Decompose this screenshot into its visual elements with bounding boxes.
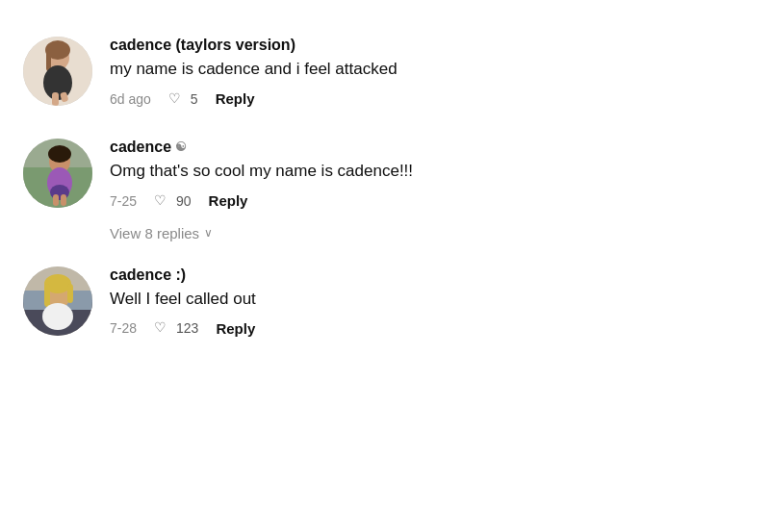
comment-2-meta: 7-25 ♡ 90 Reply xyxy=(110,192,747,210)
likes-count: 90 xyxy=(176,193,192,209)
svg-point-10 xyxy=(48,145,71,163)
comment-item: cadence :) Well I feel called out 7-28 ♡… xyxy=(23,249,747,351)
comment-1-body: cadence (taylors version) my name is cad… xyxy=(110,37,747,108)
likes-count: 5 xyxy=(191,91,198,107)
username-text: cadence (taylors version) xyxy=(110,37,295,54)
user2-avatar xyxy=(23,139,92,208)
comment-2-time: 7-25 xyxy=(110,193,137,209)
comment-item: cadence (taylors version) my name is cad… xyxy=(23,19,747,121)
view-replies[interactable]: View 8 replies ∨ xyxy=(110,225,747,241)
comment-1-reply-button[interactable]: Reply xyxy=(216,90,255,107)
svg-rect-14 xyxy=(61,194,66,206)
username-text: cadence :) xyxy=(110,266,186,284)
comment-2-body: cadence ☯ Omg that's so cool my name is … xyxy=(110,139,747,210)
comment-1-likes: ♡ 5 xyxy=(168,90,198,108)
username-badge: ☯ xyxy=(175,139,187,154)
svg-point-22 xyxy=(42,303,73,330)
comment-3-text: Well I feel called out xyxy=(110,288,747,311)
comment-2-likes: ♡ 90 xyxy=(154,192,192,210)
user1-avatar xyxy=(23,37,92,106)
svg-rect-5 xyxy=(52,92,59,106)
svg-rect-21 xyxy=(67,284,73,303)
likes-count: 123 xyxy=(176,320,198,336)
comment-3-meta: 7-28 ♡ 123 Reply xyxy=(110,319,747,337)
comment-2-username: cadence ☯ xyxy=(110,139,747,156)
svg-rect-13 xyxy=(53,194,59,206)
comment-3-likes: ♡ 123 xyxy=(154,319,198,337)
heart-icon[interactable]: ♡ xyxy=(168,90,186,108)
comment-3-username: cadence :) xyxy=(110,266,747,284)
comment-1-username: cadence (taylors version) xyxy=(110,37,747,54)
svg-rect-20 xyxy=(44,284,50,307)
user3-avatar xyxy=(23,266,92,336)
comment-3-reply-button[interactable]: Reply xyxy=(216,320,255,337)
comment-item: cadence ☯ Omg that's so cool my name is … xyxy=(23,121,747,223)
comment-2-text: Omg that's so cool my name is cadence!!! xyxy=(110,160,747,183)
comment-3-body: cadence :) Well I feel called out 7-28 ♡… xyxy=(110,266,747,338)
view-replies-text[interactable]: View 8 replies xyxy=(110,225,199,241)
username-text: cadence xyxy=(110,139,171,156)
heart-icon[interactable]: ♡ xyxy=(154,192,171,210)
heart-icon[interactable]: ♡ xyxy=(154,319,171,337)
comment-2-reply-button[interactable]: Reply xyxy=(209,192,248,209)
comment-1-meta: 6d ago ♡ 5 Reply xyxy=(110,90,747,108)
comment-1-time: 6d ago xyxy=(110,91,151,107)
comment-3-time: 7-28 xyxy=(110,320,137,336)
comment-1-text: my name is cadence and i feel attacked xyxy=(110,58,747,81)
chevron-down-icon: ∨ xyxy=(204,226,213,240)
